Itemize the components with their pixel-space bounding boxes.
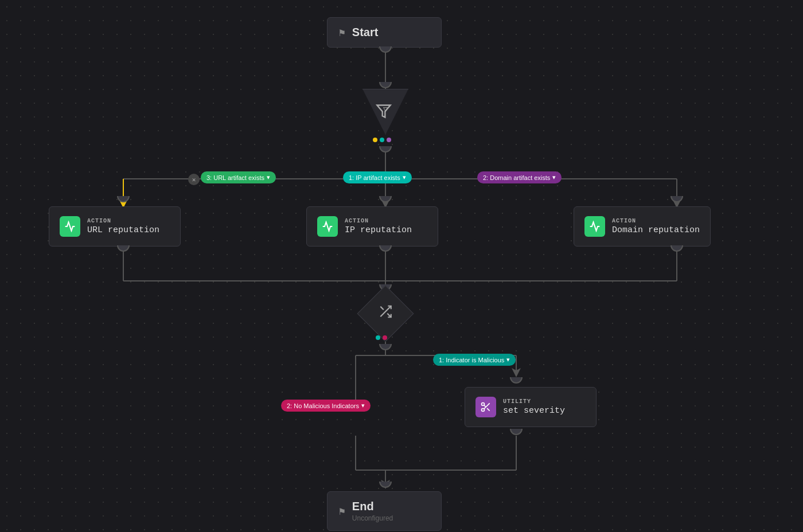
- end-subtitle: Unconfigured: [352, 514, 393, 522]
- filter-dots: [373, 138, 391, 142]
- end-top-port: [379, 482, 392, 488]
- start-node[interactable]: ⚑ Start: [327, 17, 442, 48]
- filter-icon: [376, 103, 392, 122]
- svg-marker-23: [377, 105, 390, 118]
- ip-action-top-port: [379, 196, 392, 202]
- start-label: Start: [352, 26, 379, 39]
- end-label: End: [352, 500, 393, 513]
- merge-dots: [376, 335, 387, 340]
- svg-line-30: [487, 408, 490, 411]
- domain-action-top-port: [671, 196, 683, 202]
- ip-action-icon: [317, 216, 338, 237]
- ip-branch-label[interactable]: 1: IP artifact exists ▾: [343, 171, 412, 183]
- url-action-node[interactable]: ACTION URL reputation: [49, 206, 181, 247]
- cancel-branch-button[interactable]: ✕: [188, 174, 200, 185]
- start-bottom-port: [379, 46, 392, 53]
- domain-action-node[interactable]: ACTION Domain reputation: [574, 206, 711, 247]
- domain-action-bottom-port: [671, 245, 683, 252]
- filter-top-port: [379, 82, 392, 88]
- ip-action-node[interactable]: ACTION IP reputation: [306, 206, 438, 247]
- url-action-bottom-port: [117, 245, 130, 252]
- svg-line-31: [484, 405, 486, 407]
- end-node[interactable]: ⚑ End Unconfigured: [327, 491, 442, 531]
- flag-icon: ⚑: [339, 26, 345, 39]
- utility-icon: [475, 397, 496, 417]
- utility-top-port: [510, 377, 523, 384]
- ip-action-bottom-port: [379, 245, 392, 252]
- utility-bottom-port: [510, 429, 523, 435]
- url-action-icon: [60, 216, 80, 237]
- filter-bottom-port: [379, 146, 392, 152]
- merge-node[interactable]: [365, 294, 406, 334]
- svg-line-26: [380, 307, 383, 310]
- svg-point-28: [482, 409, 485, 412]
- malicious-branch-label[interactable]: 1: Indicator is Malicious ▾: [433, 354, 516, 366]
- domain-action-icon: [584, 216, 605, 237]
- url-branch-label[interactable]: 3: URL artifact exists ▾: [201, 171, 276, 183]
- end-flag-icon: ⚑: [339, 505, 345, 518]
- utility-node[interactable]: UTILITY set severity: [465, 387, 597, 427]
- url-action-top-port: [117, 196, 130, 202]
- domain-branch-label[interactable]: 2: Domain artifact exists ▾: [477, 171, 562, 183]
- no-malicious-branch-label[interactable]: 2: No Malicious Indicators ▾: [281, 400, 371, 412]
- merge-bottom-port: [379, 344, 392, 350]
- svg-point-27: [482, 403, 485, 406]
